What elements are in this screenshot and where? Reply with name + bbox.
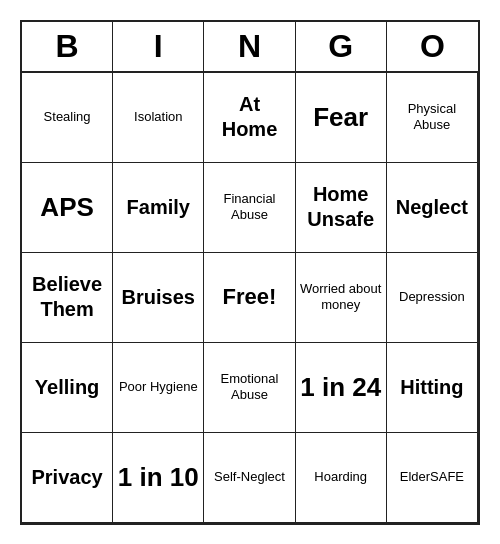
bingo-cell: APS: [22, 163, 113, 253]
bingo-header: BINGO: [22, 22, 478, 73]
bingo-cell: Poor Hygiene: [113, 343, 204, 433]
bingo-cell: Stealing: [22, 73, 113, 163]
bingo-cell: Home Unsafe: [296, 163, 387, 253]
header-letter: O: [387, 22, 478, 71]
header-letter: I: [113, 22, 204, 71]
bingo-cell: Fear: [296, 73, 387, 163]
header-letter: B: [22, 22, 113, 71]
bingo-cell: Yelling: [22, 343, 113, 433]
bingo-cell: At Home: [204, 73, 295, 163]
bingo-cell: Hoarding: [296, 433, 387, 523]
bingo-cell: Family: [113, 163, 204, 253]
bingo-card: BINGO StealingIsolationAt HomeFearPhysic…: [20, 20, 480, 525]
bingo-cell: Isolation: [113, 73, 204, 163]
bingo-cell: Believe Them: [22, 253, 113, 343]
bingo-cell: Privacy: [22, 433, 113, 523]
bingo-cell: Neglect: [387, 163, 478, 253]
bingo-cell: Free!: [204, 253, 295, 343]
bingo-cell: Bruises: [113, 253, 204, 343]
bingo-cell: Self-Neglect: [204, 433, 295, 523]
bingo-cell: Financial Abuse: [204, 163, 295, 253]
bingo-cell: Physical Abuse: [387, 73, 478, 163]
header-letter: G: [296, 22, 387, 71]
bingo-cell: ElderSAFE: [387, 433, 478, 523]
bingo-grid: StealingIsolationAt HomeFearPhysical Abu…: [22, 73, 478, 523]
bingo-cell: 1 in 10: [113, 433, 204, 523]
bingo-cell: Depression: [387, 253, 478, 343]
bingo-cell: Emotional Abuse: [204, 343, 295, 433]
bingo-cell: Hitting: [387, 343, 478, 433]
header-letter: N: [204, 22, 295, 71]
bingo-cell: Worried about money: [296, 253, 387, 343]
bingo-cell: 1 in 24: [296, 343, 387, 433]
